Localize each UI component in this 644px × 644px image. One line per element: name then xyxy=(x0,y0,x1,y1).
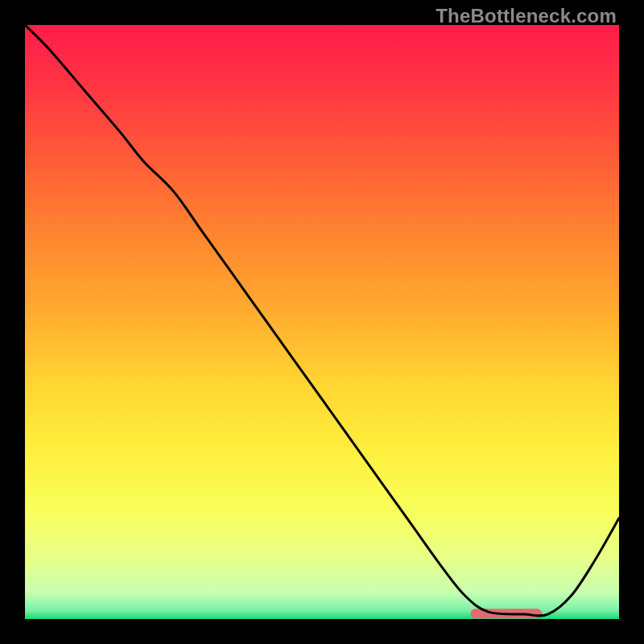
chart-plot-area xyxy=(25,25,619,619)
chart-svg xyxy=(25,25,619,619)
watermark-label: TheBottleneck.com xyxy=(436,5,617,27)
chart-stage: TheBottleneck.com xyxy=(0,0,644,644)
gradient-background xyxy=(25,25,619,619)
